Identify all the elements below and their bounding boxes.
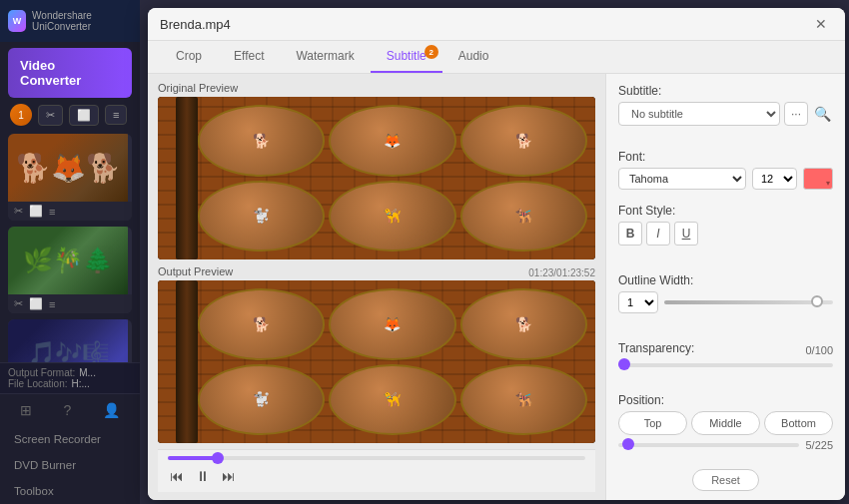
tab-watermark[interactable]: Watermark — [280, 41, 370, 73]
progress-bar-container[interactable] — [168, 456, 585, 460]
font-section: Font: Tahoma 12 — [618, 150, 833, 194]
thumb-menu-icon-1[interactable]: ≡ — [49, 206, 55, 218]
pause-button[interactable]: ⏸ — [194, 466, 212, 486]
font-style-label: Font Style: — [618, 204, 833, 218]
progress-thumb[interactable] — [212, 452, 224, 464]
char-o-2 — [329, 288, 455, 360]
thumb-menu-icon-2[interactable]: ≡ — [49, 298, 55, 310]
position-top-button[interactable]: Top — [618, 411, 687, 435]
character-frames — [198, 105, 587, 252]
settings-button[interactable]: ≡ — [105, 105, 127, 125]
next-frame-button[interactable]: ⏭ — [220, 466, 238, 486]
output-info: Output Format: M... File Location: H:... — [0, 362, 140, 393]
main-content: Brenda.mp4 ✕ Crop Effect Watermark Subti… — [140, 0, 849, 504]
position-bottom-button[interactable]: Bottom — [764, 411, 833, 435]
subtitle-search-button[interactable]: 🔍 — [812, 104, 833, 124]
sidebar-item-dvd-burner[interactable]: DVD Burner — [4, 452, 136, 478]
add-folder-button[interactable]: ⬜ — [69, 105, 99, 126]
transparency-label: Transparency: — [618, 341, 694, 355]
output-preview-section: Output Preview 01:23/01:23:52 — [158, 265, 595, 443]
char-2 — [329, 105, 455, 177]
subtitle-section-label: Subtitle: — [618, 84, 833, 98]
tab-audio[interactable]: Audio — [442, 41, 505, 73]
char-o-6 — [460, 364, 587, 436]
thumbnail-item-3[interactable]: 🎵🎶🎼 ✂ ⬜ ≡ — [8, 319, 132, 362]
badge-1-button[interactable]: 1 — [10, 104, 32, 126]
tab-crop[interactable]: Crop — [160, 41, 218, 73]
font-style-buttons: B I U — [618, 222, 833, 246]
reset-button[interactable]: Reset — [692, 469, 759, 491]
layout-icon[interactable]: ⊞ — [20, 402, 32, 418]
subtitle-tab-badge: 2 — [424, 45, 438, 59]
position-value: 5/225 — [805, 439, 833, 451]
char-3 — [460, 105, 587, 177]
tab-effect[interactable]: Effect — [218, 41, 280, 73]
output-preview-video — [158, 280, 595, 443]
outline-width-select[interactable]: 1 — [618, 291, 658, 313]
thumb-cut-icon-2[interactable]: ✂ — [14, 297, 23, 310]
thumb-controls-1: ✂ ⬜ ≡ — [8, 202, 132, 221]
font-family-select[interactable]: Tahoma — [618, 168, 746, 190]
app-brand: Wondershare UniConverter — [32, 10, 132, 32]
thumb-controls-2: ✂ ⬜ ≡ — [8, 294, 132, 313]
subtitle-select[interactable]: No subtitle — [618, 102, 780, 126]
user-icon[interactable]: 👤 — [103, 402, 120, 418]
preview-area: Original Preview — [148, 74, 605, 500]
thumb-cut-icon-1[interactable]: ✂ — [14, 205, 23, 218]
help-icon[interactable]: ? — [64, 402, 72, 418]
position-thumb — [622, 438, 634, 450]
thumbnail-item-1[interactable]: 🐕🦊🐕 ✂ ⬜ ≡ — [8, 134, 132, 221]
original-preview-header: Original Preview — [158, 82, 595, 97]
position-label: Position: — [618, 393, 833, 407]
modal-titlebar: Brenda.mp4 ✕ — [148, 8, 845, 41]
sidebar-header: W Wondershare UniConverter — [0, 0, 140, 42]
outline-row: 1 — [618, 291, 833, 313]
font-color-swatch[interactable] — [803, 168, 833, 190]
thumb-preview-2: 🌿🎋🌲 — [8, 227, 128, 294]
thumbnail-item-2[interactable]: 🌿🎋🌲 ✂ ⬜ ≡ — [8, 227, 132, 313]
thumb-crop-icon-2[interactable]: ⬜ — [29, 297, 43, 310]
font-size-select[interactable]: 12 — [752, 168, 797, 190]
char-6 — [460, 181, 587, 252]
bold-button[interactable]: B — [618, 222, 642, 246]
subtitle-panel: Subtitle: No subtitle ··· 🔍 Font: — [605, 74, 845, 500]
char-5 — [329, 181, 455, 252]
sidebar-item-video-converter[interactable]: Video Converter — [8, 48, 132, 98]
vertical-post — [176, 97, 198, 259]
character-frames-2 — [198, 288, 587, 435]
progress-bar-fill — [168, 456, 218, 460]
sidebar-bottom-bar: ⊞ ? 👤 — [0, 393, 140, 426]
cartoon-scene-output — [158, 280, 595, 443]
sidebar-menu: Screen Recorder DVD Burner Toolbox — [0, 426, 140, 504]
position-slider[interactable] — [618, 443, 799, 447]
prev-frame-button[interactable]: ⏮ — [168, 466, 186, 486]
original-preview-label: Original Preview — [158, 82, 238, 94]
app-logo: W — [8, 10, 26, 32]
outline-label: Outline Width: — [618, 273, 833, 287]
add-file-button[interactable]: ✂ — [38, 105, 63, 126]
char-1 — [198, 105, 325, 177]
sidebar-item-toolbox[interactable]: Toolbox — [4, 478, 136, 504]
sidebar-item-screen-recorder[interactable]: Screen Recorder — [4, 426, 136, 452]
char-o-1 — [198, 288, 325, 360]
underline-button[interactable]: U — [674, 222, 698, 246]
output-format-row: Output Format: M... — [8, 367, 132, 378]
char-o-5 — [329, 364, 455, 436]
thumb-crop-icon-1[interactable]: ⬜ — [29, 205, 43, 218]
position-middle-button[interactable]: Middle — [691, 411, 760, 435]
font-row: Tahoma 12 — [618, 168, 833, 190]
modal-close-button[interactable]: ✕ — [809, 14, 833, 34]
modal-body: Original Preview — [148, 74, 845, 500]
subtitle-row: No subtitle ··· 🔍 — [618, 102, 833, 126]
italic-button[interactable]: I — [646, 222, 670, 246]
position-section: Position: Top Middle Bottom 5/225 — [618, 393, 833, 455]
subtitle-more-button[interactable]: ··· — [784, 102, 808, 126]
subtitle-section: Subtitle: No subtitle ··· 🔍 — [618, 84, 833, 126]
outline-slider[interactable] — [664, 300, 833, 304]
original-preview-section: Original Preview — [158, 82, 595, 259]
tab-subtitle[interactable]: Subtitle 2 — [371, 41, 442, 73]
position-slider-row: 5/225 — [618, 439, 833, 451]
transparency-slider[interactable] — [618, 363, 833, 367]
char-4 — [198, 181, 325, 252]
thumb-preview-1: 🐕🦊🐕 — [8, 134, 128, 202]
